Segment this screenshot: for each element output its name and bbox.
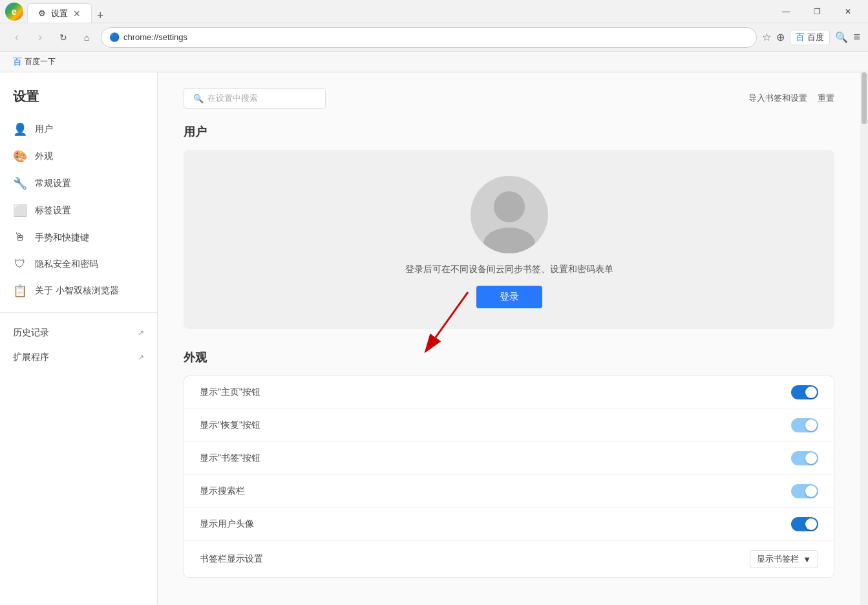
tab-close-button[interactable]: ✕ (73, 8, 81, 19)
appearance-icon: 🎨 (13, 149, 27, 164)
sidebar-link-history[interactable]: 历史记录 ↗ (0, 321, 157, 345)
scrollbar-thumb[interactable] (862, 72, 867, 124)
url-text: chrome://settings (123, 32, 187, 42)
bookmark-label: 百度一下 (25, 56, 56, 67)
toggle-show-searchbar[interactable] (791, 484, 818, 498)
bookmark-bar-select-value: 显示书签栏 (757, 553, 799, 565)
sidebar: 设置 👤 用户 🎨 外观 🔧 常规设置 ⬜ 标签设置 🖱 手势和快捷键 (0, 72, 158, 605)
scrollbar-track[interactable] (860, 72, 868, 605)
user-card: 登录后可在不同设备间云同步书签、设置和密码表单 登录 (184, 150, 834, 329)
sidebar-title: 设置 (0, 83, 157, 116)
privacy-icon: 🛡 (13, 257, 27, 271)
forward-button[interactable]: › (31, 28, 49, 47)
close-button[interactable]: ✕ (833, 1, 863, 22)
login-button[interactable]: 登录 (476, 286, 542, 308)
tab-bar: ⚙ 设置 ✕ + (27, 0, 771, 23)
sidebar-item-appearance-label: 外观 (35, 151, 53, 162)
setting-bookmark-bar-label: 书签栏显示设置 (200, 553, 263, 565)
active-tab[interactable]: ⚙ 设置 ✕ (27, 3, 92, 23)
bookmark-bar-select[interactable]: 显示书签栏 ▼ (750, 550, 818, 568)
baidu-button[interactable]: 百 百度 (790, 30, 830, 45)
avatar-head (494, 191, 525, 222)
toggle-show-restore[interactable] (791, 418, 818, 432)
search-magnifier-icon: 🔍 (193, 94, 204, 103)
setting-show-bookmark-label: 显示"书签"按钮 (200, 452, 260, 464)
sidebar-item-about-label: 关于 小智双核浏览器 (35, 285, 119, 297)
header-actions: 导入书签和设置 重置 (748, 92, 834, 104)
sidebar-divider (0, 312, 157, 313)
home-button[interactable]: ⌂ (78, 28, 96, 47)
sidebar-item-gestures-label: 手势和快捷键 (35, 232, 89, 244)
sidebar-item-user-label: 用户 (35, 123, 53, 135)
content-area: 🔍 在设置中搜索 导入书签和设置 重置 用户 登录后可在不同设备间云同步书签、设… (158, 72, 860, 605)
sidebar-item-general-label: 常规设置 (35, 178, 71, 189)
dropdown-chevron-icon: ▼ (803, 555, 811, 564)
setting-show-restore: 显示"恢复"按钮 (184, 409, 834, 441)
setting-show-avatar-label: 显示用户头像 (200, 518, 254, 530)
reset-button[interactable]: 重置 (818, 92, 834, 104)
sidebar-item-tabs-label: 标签设置 (35, 205, 71, 217)
baidu-icon: 百 (796, 32, 805, 43)
appearance-settings: 显示"主页"按钮 显示"恢复"按钮 显示"书签"按钮 显示搜索栏 显示用户头像 (184, 376, 834, 578)
sidebar-link-extensions[interactable]: 扩展程序 ↗ (0, 345, 157, 370)
import-bookmarks-button[interactable]: 导入书签和设置 (748, 92, 807, 104)
toggle-show-bookmark[interactable] (791, 451, 818, 465)
settings-search-box[interactable]: 🔍 在设置中搜索 (184, 88, 326, 109)
bookmarks-bar: 百 百度一下 (0, 52, 868, 72)
sidebar-item-about[interactable]: 📋 关于 小智双核浏览器 (0, 277, 157, 304)
reload-button[interactable]: ↻ (54, 28, 72, 47)
user-section-title: 用户 (184, 124, 834, 140)
browser-logo: e (5, 3, 23, 21)
bookmark-icon: 百 (13, 56, 22, 68)
setting-show-bookmark: 显示"书签"按钮 (184, 441, 834, 474)
setting-show-home: 显示"主页"按钮 (184, 376, 834, 409)
search-icon[interactable]: 🔍 (835, 31, 848, 43)
search-placeholder: 在设置中搜索 (207, 92, 258, 104)
url-security-icon: 🔵 (109, 32, 120, 42)
avatar-body (483, 228, 535, 253)
tab-title: 设置 (51, 8, 68, 19)
setting-show-home-label: 显示"主页"按钮 (200, 387, 260, 398)
restore-button[interactable]: ❐ (802, 1, 832, 22)
extensions-label: 扩展程序 (13, 352, 49, 363)
toggle-show-home[interactable] (791, 385, 818, 399)
sidebar-item-user[interactable]: 👤 用户 (0, 116, 157, 143)
user-icon: 👤 (13, 122, 27, 136)
menu-button[interactable]: ≡ (853, 30, 860, 44)
sidebar-item-general[interactable]: 🔧 常规设置 (0, 170, 157, 197)
history-label: 历史记录 (13, 327, 49, 339)
history-external-icon: ↗ (138, 328, 144, 337)
appearance-section-title: 外观 (184, 350, 834, 365)
window-controls: — ❐ ✕ (771, 1, 863, 22)
sidebar-item-tabs[interactable]: ⬜ 标签设置 (0, 197, 157, 224)
sidebar-item-gestures[interactable]: 🖱 手势和快捷键 (0, 224, 157, 251)
baidu-label: 百度 (807, 32, 824, 43)
address-bar: ‹ › ↻ ⌂ 🔵 chrome://settings ☆ ⊕ 百 百度 🔍 ≡ (0, 23, 868, 52)
sidebar-item-privacy-label: 隐私安全和密码 (35, 259, 98, 270)
sidebar-item-privacy[interactable]: 🛡 隐私安全和密码 (0, 251, 157, 277)
avatar-placeholder (471, 176, 548, 253)
main-content: 设置 👤 用户 🎨 外观 🔧 常规设置 ⬜ 标签设置 🖱 手势和快捷键 (0, 72, 868, 605)
back-button[interactable]: ‹ (8, 28, 26, 47)
title-bar: e ⚙ 设置 ✕ + — ❐ ✕ (0, 0, 868, 23)
setting-show-restore-label: 显示"恢复"按钮 (200, 419, 260, 431)
new-tab-button[interactable]: + (97, 9, 104, 23)
browser-frame: e ⚙ 设置 ✕ + — ❐ ✕ ‹ › ↻ ⌂ 🔵 chrome://sett… (0, 0, 868, 605)
tabs-icon: ⬜ (13, 204, 27, 218)
setting-bookmark-bar: 书签栏显示设置 显示书签栏 ▼ (184, 540, 834, 577)
sidebar-item-appearance[interactable]: 🎨 外观 (0, 143, 157, 170)
setting-show-avatar: 显示用户头像 (184, 507, 834, 540)
content-header: 🔍 在设置中搜索 导入书签和设置 重置 (184, 88, 834, 109)
bookmark-star-button[interactable]: ☆ (762, 31, 771, 43)
bookmark-bar-select-row: 显示书签栏 ▼ (750, 550, 818, 568)
toggle-show-avatar[interactable] (791, 517, 818, 531)
minimize-button[interactable]: — (771, 1, 801, 22)
collections-button[interactable]: ⊕ (776, 31, 785, 43)
general-icon: 🔧 (13, 176, 27, 191)
setting-show-searchbar-label: 显示搜索栏 (200, 485, 245, 497)
tab-settings-icon: ⚙ (38, 8, 46, 18)
bookmark-baidu[interactable]: 百 百度一下 (8, 55, 61, 69)
url-box[interactable]: 🔵 chrome://settings (101, 27, 757, 48)
setting-show-searchbar: 显示搜索栏 (184, 474, 834, 507)
extensions-external-icon: ↗ (138, 353, 144, 362)
